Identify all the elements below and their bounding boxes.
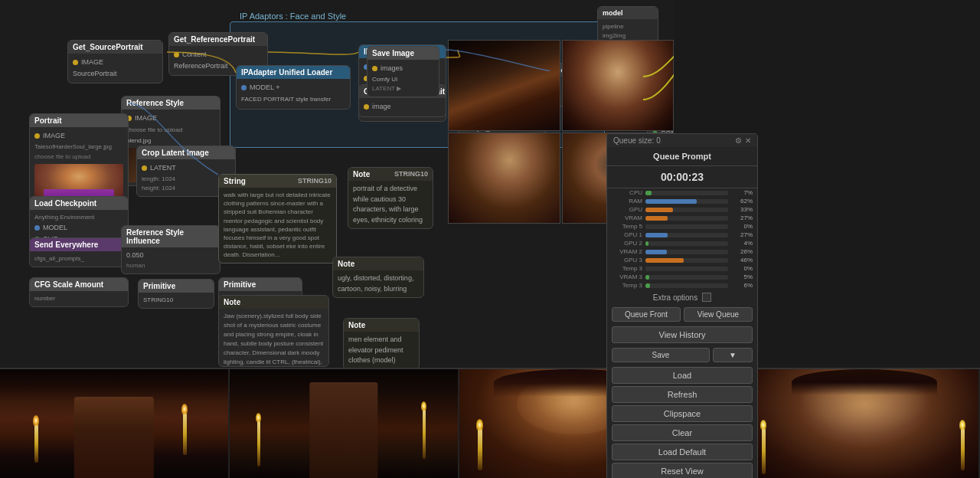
node-canvas[interactable]: IP Adaptors : Face and Style Get_SourceP… [0,0,674,368]
node-header: Reference Style Influence [122,226,220,247]
node-header: CFG Scale Amount [30,278,128,291]
queue-panel: Queue size: 0 ⚙ ✕ Queue Prompt 00:00:23 … [606,133,758,478]
primitive1-node[interactable]: Primitive STRING10 [138,279,214,309]
stat-vram3: VRAM 3 5% [607,273,757,281]
output-img-2 [562,40,675,131]
output-img-1 [448,40,560,131]
char-canvas-1 [449,41,560,130]
cfg-scale-node[interactable]: CFG Scale Amount number [29,277,129,307]
node-body: STRING10 [139,293,214,308]
node-header: Primitive [139,280,214,293]
node-header: Reference Style [122,97,220,110]
node-body: cfgs_all_prompts_ [30,251,128,267]
save-button[interactable]: Save [612,348,710,362]
stats-section: CPU 7% RAM 62% GPU 33% VRAM 27% Temp 5 0… [607,188,757,290]
gpu3-bar [645,258,684,263]
stat-temp3b: Temp 3 6% [607,281,757,290]
bottom-image-strip [0,368,980,478]
gpu-bar [645,208,673,212]
stat-temp3: Temp 3 0% [607,264,757,273]
node-header: Primitive [219,278,302,291]
get-source-portrait-node[interactable]: Get_SourcePortrait IMAGE SourcePortrait [67,40,163,83]
save-dropdown-button[interactable]: ▼ [713,348,753,362]
node-header: Get_SourcePortrait [68,41,162,54]
cpu-bar [645,191,652,195]
vram-bar [645,216,668,221]
node-header: Portrait [30,114,128,127]
timer-display: 00:00:23 [607,166,757,188]
node-body: images Comfy UI LATENT ▶ [368,60,439,97]
node-body: IMAGE SourcePortrait [68,54,162,83]
string-content: walk with large but not detailed intrica… [219,188,336,263]
node-header: Load Checkpoint [30,197,128,210]
stat-cpu: CPU 7% [607,188,757,197]
queue-size-bar: Queue size: 0 ⚙ ✕ [607,134,757,147]
node-header: Note STRING10 [348,168,433,181]
ref-influence-node[interactable]: Reference Style Influence 0.050 human [121,225,220,274]
note-content: Jaw (scenery).stylized full body side sh… [219,309,328,366]
stat-vram2: VRAM 2 26% [607,247,757,256]
clear-button[interactable]: Clear [612,424,753,441]
stat-gpu3: GPU 3 46% [607,256,757,264]
string-node[interactable]: String STRING10 walk with large but not … [218,174,337,264]
queue-prompt-title: Queue Prompt [607,147,757,166]
stat-vram: VRAM 27% [607,214,757,222]
stat-gpu: GPU 33% [607,205,757,214]
stat-gpu2: GPU 2 4% [607,239,757,247]
ram-bar [645,199,697,204]
note-content: ugly, distorted, distorting, cartoon, no… [333,270,423,297]
load-button[interactable]: Load [612,367,753,384]
extra-options-label: Extra options [653,293,697,302]
note1-node[interactable]: Note STRING10 portrait of a detective wh… [348,167,433,229]
save-image-node[interactable]: Save Image images Comfy UI LATENT ▶ [367,46,439,97]
send-everywhere-node[interactable]: Send Everywhere cfgs_all_prompts_ [29,237,129,267]
node-header: model [598,7,658,19]
char-canvas-2 [563,41,674,130]
bottom-image-2 [230,369,459,478]
queue-action-row: Queue Front View Queue [607,305,757,324]
ipadapter-unified-node[interactable]: IPAdapter Unified Loader MODEL + FACED P… [236,65,351,110]
node-header: Send Everywhere [30,238,128,251]
note4-node[interactable]: Note men element and elevator pediment c… [343,318,420,368]
save-row: Save ▼ [607,345,757,365]
note-content: portrait of a detective while cautious 3… [348,181,433,228]
node-body: image [359,98,446,116]
node-header: Crop Latent Image [137,146,235,159]
load-default-button[interactable]: Load Default [612,444,753,460]
node-body: 0.050 human [122,247,220,273]
extra-options-checkbox[interactable] [702,293,711,302]
stat-gpu1: GPU 1 27% [607,231,757,239]
portrait-node[interactable]: Portrait IMAGE TalesofHarderSoul_large.j… [29,113,129,210]
node-header: Note [219,296,328,309]
note2-node[interactable]: Note ugly, distorted, distorting, cartoo… [332,257,424,298]
settings-icon[interactable]: ⚙ [735,136,742,145]
node-header: IPAdapter Unified Loader [237,66,350,79]
group-label: IP Adaptors : Face and Style [237,11,349,21]
node-header: Get_ReferencePortrait [169,33,267,46]
node-body: MODEL + FACED PORTRAIT style transfer [237,79,350,109]
node-header: Save Image [368,47,439,60]
extra-options-section: Extra options [607,290,757,305]
refresh-button[interactable]: Refresh [612,386,753,403]
note3-node[interactable]: Note Jaw (scenery).stylized full body si… [218,295,329,367]
view-history-button[interactable]: View History [612,326,753,343]
clipspace-button[interactable]: Clipspace [612,405,753,422]
char-canvas-3 [449,133,560,223]
bottom-image-5 [750,369,980,478]
output-img-3 [448,133,560,224]
queue-size-label: Queue size: 0 [613,136,661,145]
note-content: men element and elevator pediment clothe… [344,332,419,368]
node-header: Note [344,319,419,332]
stat-ram: RAM 62% [607,197,757,205]
close-icon[interactable]: ✕ [745,136,751,145]
node-body: number [30,291,128,306]
node-header: Note [333,257,423,270]
view-queue-button[interactable]: View Queue [684,307,753,322]
queue-front-button[interactable]: Queue Front [612,307,681,322]
bottom-image-1 [0,369,230,478]
stat-temp5: Temp 5 0% [607,222,757,231]
node-header: String STRING10 [219,175,336,188]
reset-view-button[interactable]: Reset View [612,463,753,478]
